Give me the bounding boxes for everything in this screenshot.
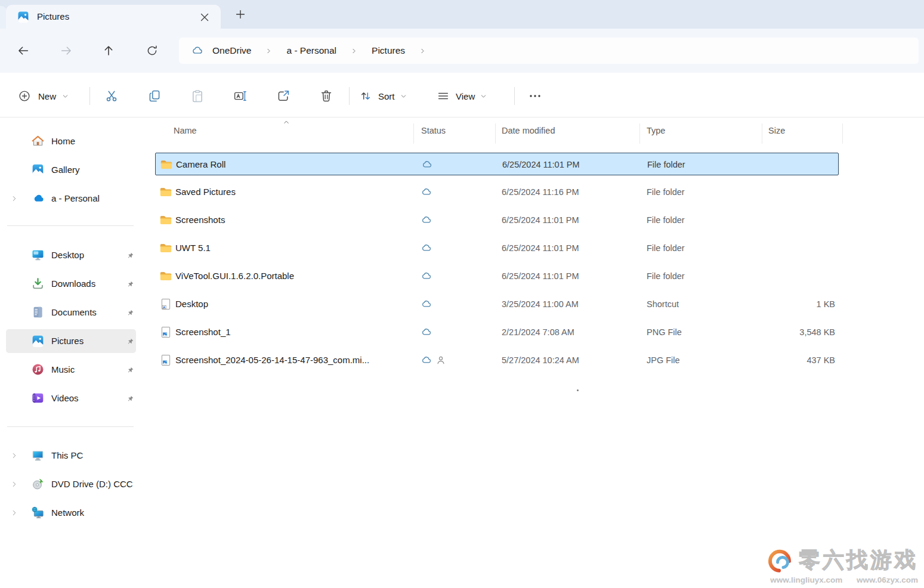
onedrive-cloud-icon <box>191 44 204 57</box>
sidebar-item-downloads[interactable]: Downloads <box>6 272 136 296</box>
file-row-screenshot-1[interactable]: Screenshot_12/21/2024 7:08 AMPNG File3,5… <box>155 321 839 343</box>
watermark-brand: 零六找游戏 <box>799 546 918 575</box>
sidebar-item-home[interactable]: Home <box>6 129 136 153</box>
file-name: Saved Pictures <box>175 187 236 197</box>
sidebar-item-music[interactable]: Music <box>6 358 136 382</box>
sidebar-item-label: DVD Drive (D:) CCC <box>51 479 133 489</box>
new-button-label: New <box>38 91 56 101</box>
chevron-down-icon <box>480 93 487 100</box>
sort-ascending-caret-icon <box>282 118 291 126</box>
desktop-icon <box>31 248 45 262</box>
breadcrumb-pictures[interactable]: Pictures <box>372 45 405 56</box>
rename-button[interactable] <box>227 84 254 108</box>
column-header-size[interactable]: Size <box>768 126 785 135</box>
chevron-right-icon[interactable] <box>11 481 18 488</box>
column-divider[interactable] <box>639 123 640 144</box>
view-button[interactable]: View <box>437 84 487 108</box>
sidebar-item-videos[interactable]: Videos <box>6 386 136 410</box>
column-header-name[interactable]: Name <box>174 126 197 135</box>
tab-pictures[interactable]: Pictures <box>6 5 221 29</box>
more-options-button[interactable] <box>522 84 548 108</box>
watermark: 零六找游戏 www.lingliuyx.com www.06zyx.com <box>765 546 918 584</box>
folder-icon <box>159 270 172 283</box>
file-size: 437 KB <box>806 355 835 365</box>
delete-button[interactable] <box>313 84 339 108</box>
sidebar-item-a-personal[interactable]: a - Personal <box>6 187 136 211</box>
watermark-logo-icon <box>765 546 794 575</box>
cloud-status-icon <box>421 270 432 282</box>
sidebar-item-documents[interactable]: Documents <box>6 301 136 324</box>
column-divider[interactable] <box>495 123 496 144</box>
sort-button[interactable]: Sort <box>359 84 407 108</box>
sidebar-item-dvd-drive-d-ccc[interactable]: DVD Drive (D:) CCC <box>6 472 136 496</box>
file-date-modified: 6/25/2024 11:01 PM <box>502 243 579 253</box>
new-tab-icon[interactable] <box>234 8 247 21</box>
back-button[interactable] <box>13 40 34 61</box>
music-icon <box>31 363 45 376</box>
sidebar-item-this-pc[interactable]: This PC <box>6 444 136 468</box>
cloud-status-icon <box>421 298 432 310</box>
breadcrumb-a-personal[interactable]: a - Personal <box>286 45 336 56</box>
chevron-right-icon[interactable] <box>11 509 18 516</box>
new-button[interactable]: New <box>11 84 76 108</box>
file-name: Screenshots <box>175 215 225 225</box>
file-date-modified: 6/25/2024 11:16 PM <box>502 187 579 197</box>
close-tab-icon[interactable] <box>198 11 211 24</box>
file-row-desktop[interactable]: Desktop3/25/2024 11:00 AMShortcut1 KB <box>155 293 839 315</box>
column-divider[interactable] <box>842 123 843 144</box>
file-type: File folder <box>647 271 685 281</box>
sidebar-item-pictures[interactable]: Pictures <box>6 329 136 353</box>
folder-icon <box>160 158 173 171</box>
file-row-screenshots[interactable]: Screenshots6/25/2024 11:01 PMFile folder <box>155 209 839 231</box>
chevron-right-icon[interactable] <box>265 48 272 54</box>
breadcrumb-onedrive[interactable]: OneDrive <box>212 45 251 56</box>
file-row-vivetool-gui-1-6-2-0-portable[interactable]: ViVeTool.GUI.1.6.2.0.Portable6/25/2024 1… <box>155 265 839 287</box>
file-row-screenshot-2024-05-26-14-15-47-963-com-mi[interactable]: Screenshot_2024-05-26-14-15-47-963_com.m… <box>155 349 839 372</box>
cloud-status-icon <box>421 326 432 338</box>
cut-button[interactable] <box>98 84 125 108</box>
refresh-button[interactable] <box>141 40 163 61</box>
forward-button[interactable] <box>55 40 77 61</box>
column-header-status[interactable]: Status <box>421 126 446 135</box>
file-row-saved-pictures[interactable]: Saved Pictures6/25/2024 11:16 PMFile fol… <box>155 181 839 203</box>
folder-icon <box>159 242 172 255</box>
copy-button[interactable] <box>141 84 168 108</box>
sidebar-item-label: Downloads <box>51 278 95 289</box>
file-date-modified: 6/25/2024 11:01 PM <box>502 271 579 281</box>
sidebar-item-network[interactable]: Network <box>6 501 136 525</box>
chevron-right-icon[interactable] <box>351 48 357 54</box>
chevron-right-icon[interactable] <box>419 48 426 54</box>
file-type: File folder <box>647 215 685 225</box>
cloud-status-icon <box>421 354 432 366</box>
paste-button[interactable] <box>184 84 211 108</box>
column-header-date-modified[interactable]: Date modified <box>502 126 555 135</box>
file-row-uwt-5-1[interactable]: UWT 5.16/25/2024 11:01 PMFile folder <box>155 237 839 259</box>
toolbar-separator <box>89 87 90 105</box>
share-button[interactable] <box>270 84 296 108</box>
column-header-type[interactable]: Type <box>647 126 665 135</box>
sidebar-item-label: Network <box>51 507 84 518</box>
toolbar-separator <box>514 87 515 105</box>
chevron-right-icon[interactable] <box>11 452 18 459</box>
sidebar-item-label: Pictures <box>51 336 84 346</box>
cloud-status-icon <box>421 186 432 198</box>
address-bar[interactable]: OneDrive a - Personal Pictures <box>179 38 919 64</box>
up-button[interactable] <box>98 40 119 61</box>
toolbar-separator <box>349 87 350 105</box>
chevron-down-icon <box>400 93 407 100</box>
sidebar-item-desktop[interactable]: Desktop <box>6 243 136 267</box>
pin-icon <box>126 337 135 346</box>
column-divider[interactable] <box>762 123 762 144</box>
videos-icon <box>31 391 45 405</box>
file-name: Screenshot_2024-05-26-14-15-47-963_com.m… <box>175 355 369 365</box>
column-divider[interactable] <box>413 123 414 144</box>
file-name: Desktop <box>175 299 208 309</box>
file-row-camera-roll[interactable]: Camera Roll6/25/2024 11:01 PMFile folder <box>155 153 839 175</box>
sidebar-item-gallery[interactable]: Gallery <box>6 158 136 182</box>
rename-icon <box>233 89 248 103</box>
pin-icon <box>126 308 135 317</box>
up-icon <box>102 44 115 57</box>
chevron-right-icon[interactable] <box>11 195 18 202</box>
watermark-url-1: www.lingliuyx.com <box>770 575 842 584</box>
file-date-modified: 6/25/2024 11:01 PM <box>502 160 580 169</box>
